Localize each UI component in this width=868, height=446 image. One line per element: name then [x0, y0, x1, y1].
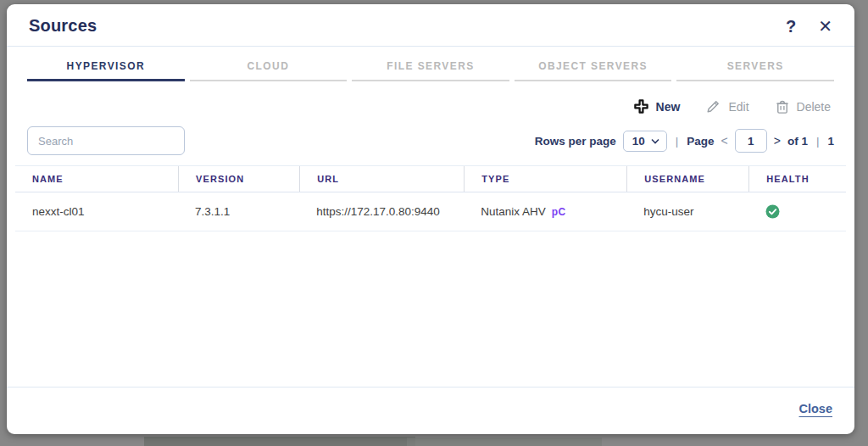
delete-button[interactable]: Delete — [775, 98, 831, 114]
chevron-down-icon — [651, 138, 659, 144]
column-header-url: URL — [299, 166, 464, 192]
tab-object-servers[interactable]: OBJECT SERVERS — [515, 60, 672, 81]
tab-cloud[interactable]: CLOUD — [190, 60, 348, 81]
new-button-label: New — [656, 100, 681, 114]
column-header-username: USERNAME — [626, 166, 748, 192]
pencil-icon — [705, 98, 721, 114]
controls-row: Rows per page 10 | Page < > of 1 | 1 — [27, 126, 834, 155]
cell-url: https://172.17.0.80:9440 — [299, 193, 464, 230]
column-header-type: TYPE — [464, 166, 626, 192]
cell-type-text: Nutanix AHV — [481, 205, 546, 218]
close-button[interactable]: Close — [799, 402, 833, 415]
rows-per-page-label: Rows per page — [535, 135, 616, 148]
rows-per-page-value: 10 — [632, 135, 645, 148]
sources-table: NAME VERSION URL TYPE USERNAME HEALTH ne… — [15, 165, 846, 231]
edit-button-label: Edit — [728, 100, 748, 114]
table-header-row: NAME VERSION URL TYPE USERNAME HEALTH — [15, 165, 846, 192]
column-header-version: VERSION — [178, 166, 299, 192]
dialog-footer: Close — [7, 387, 854, 434]
screen: { "dialog": { "title": "Sources", "help_… — [0, 0, 868, 446]
new-button[interactable]: New — [633, 98, 681, 114]
empty-area — [7, 231, 854, 387]
delete-button-label: Delete — [797, 100, 831, 114]
tab-file-servers[interactable]: FILE SERVERS — [352, 60, 509, 81]
trash-icon — [775, 98, 790, 114]
cell-version: 7.3.1.1 — [178, 193, 299, 230]
health-ok-icon — [765, 204, 780, 219]
toolbar: New Edit Delete — [31, 98, 831, 114]
next-page-icon[interactable]: > — [774, 134, 781, 148]
column-header-name: NAME — [15, 166, 178, 192]
cell-type: Nutanix AHVpC — [464, 193, 626, 230]
dialog-header: Sources ? ✕ — [7, 4, 854, 47]
previous-page-icon[interactable]: < — [721, 134, 728, 148]
cell-health — [748, 192, 846, 231]
cell-name: nexxt-cl01 — [15, 193, 178, 230]
page-of-label: of 1 — [787, 135, 808, 148]
cell-username: hycu-user — [626, 193, 748, 230]
plus-icon — [633, 98, 649, 114]
pagination: Rows per page 10 | Page < > of 1 | 1 — [535, 129, 834, 153]
help-icon[interactable]: ? — [786, 18, 796, 35]
column-header-health: HEALTH — [748, 166, 846, 192]
tab-hypervisor[interactable]: HYPERVISOR — [27, 60, 185, 81]
table-row[interactable]: nexxt-cl01 7.3.1.1 https://172.17.0.80:9… — [15, 192, 846, 231]
tab-servers[interactable]: SERVERS — [676, 60, 834, 81]
pagination-separator: | — [815, 135, 821, 148]
prism-central-badge: pC — [552, 206, 566, 218]
sources-dialog: Sources ? ✕ HYPERVISOR CLOUD FILE SERVER… — [7, 4, 854, 434]
background-page-remnant — [407, 438, 602, 446]
tab-bar: HYPERVISOR CLOUD FILE SERVERS OBJECT SER… — [27, 60, 834, 81]
total-count-label: 1 — [827, 135, 834, 148]
edit-button[interactable]: Edit — [705, 98, 748, 114]
background-page-remnant — [144, 437, 415, 446]
dialog-title: Sources — [29, 16, 97, 36]
close-icon[interactable]: ✕ — [818, 18, 832, 35]
page-label: Page — [687, 135, 714, 148]
pagination-separator: | — [674, 135, 681, 148]
rows-per-page-select[interactable]: 10 — [623, 131, 667, 152]
search-input[interactable] — [27, 126, 185, 155]
page-number-input[interactable] — [735, 129, 767, 153]
